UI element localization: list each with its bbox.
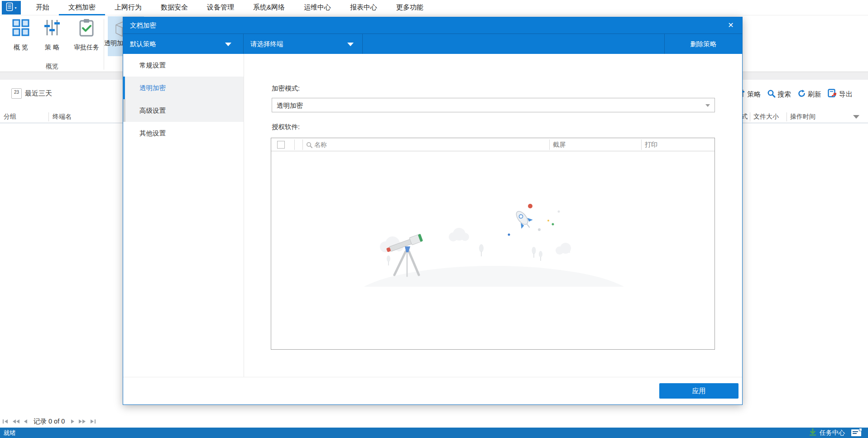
encryption-mode-label: 加密模式:	[272, 84, 300, 93]
app-menu-button[interactable]: ▾	[2, 1, 21, 14]
export-icon	[828, 89, 837, 100]
column-header-terminal[interactable]: 终端名	[53, 113, 72, 121]
encryption-mode-select[interactable]: 透明加密	[272, 98, 715, 112]
footer-divider	[123, 377, 742, 377]
settings-nav: 常规设置 透明加密 高级设置 其他设置	[123, 54, 244, 144]
select-all-checkbox[interactable]	[277, 141, 285, 149]
menu-item-web-behavior[interactable]: 上网行为	[105, 0, 151, 15]
chevron-down-icon	[347, 43, 354, 46]
nav-item-transparent-encryption[interactable]: 透明加密	[123, 77, 244, 99]
menu-item-data-security[interactable]: 数据安全	[151, 0, 197, 15]
pagination-bar: 记录 0 of 0	[3, 416, 96, 426]
menu-item-report-center[interactable]: 报表中心	[340, 0, 387, 15]
chevron-down-icon	[225, 43, 231, 46]
dialog-title-bar: 文档加密 ✕	[123, 17, 742, 34]
close-icon[interactable]: ✕	[726, 20, 736, 30]
search-icon	[306, 142, 312, 150]
column-header-optime[interactable]: 操作时间	[790, 113, 815, 121]
download-arrow-icon	[809, 428, 817, 438]
ribbon-button-policy[interactable]: 策 略	[39, 18, 65, 52]
last-page-icon[interactable]	[90, 419, 96, 424]
status-bar: 就绪 任务中心	[0, 428, 868, 438]
menu-item-system-network[interactable]: 系统&网络	[244, 0, 294, 15]
column-header-print[interactable]: 打印	[645, 141, 657, 149]
menu-item-device-mgmt[interactable]: 设备管理	[197, 0, 244, 15]
software-table-header: 名称 截屏 打印	[271, 138, 715, 151]
column-header-filesize[interactable]: 文件大小	[753, 113, 779, 121]
fast-next-icon[interactable]	[79, 419, 86, 424]
search-toolbar-button[interactable]: 搜索	[767, 89, 791, 100]
application-window: ▾ 开始 文档加密 上网行为 数据安全 设备管理 系统&网络 运维中心 报表中心…	[0, 0, 868, 438]
refresh-icon	[797, 89, 806, 100]
grid-overview-icon	[11, 18, 30, 39]
menu-item-more[interactable]: 更多功能	[387, 0, 433, 15]
delete-policy-button[interactable]: 删除策略	[664, 34, 742, 54]
encryption-mode-value: 透明加密	[277, 101, 303, 110]
terminal-selector-dropdown[interactable]: 请选择终端	[244, 34, 363, 54]
ribbon-group-label: 概览	[0, 63, 104, 71]
menu-bar: ▾ 开始 文档加密 上网行为 数据安全 设备管理 系统&网络 运维中心 报表中心…	[0, 0, 868, 15]
chevron-down-icon	[705, 104, 710, 107]
export-toolbar-button[interactable]: 导出	[828, 89, 853, 100]
prev-page-icon[interactable]	[24, 419, 28, 424]
nav-item-advanced-settings[interactable]: 高级设置	[123, 99, 244, 122]
column-header-screenshot[interactable]: 截屏	[553, 141, 566, 149]
record-count-label: 记录 0 of 0	[34, 417, 65, 426]
chevron-down-icon: ▾	[14, 6, 16, 10]
first-page-icon[interactable]	[3, 419, 9, 424]
task-center-label: 任务中心	[820, 429, 845, 437]
menu-item-start[interactable]: 开始	[26, 0, 59, 15]
calendar-icon: 23	[11, 88, 22, 99]
clipboard-check-icon	[77, 18, 96, 39]
ribbon-button-overview[interactable]: 概 览	[6, 18, 35, 52]
nav-item-general-settings[interactable]: 常规设置	[123, 54, 244, 77]
column-header-name[interactable]: 名称	[314, 141, 327, 149]
nav-scrollbar-thumb[interactable]	[123, 99, 125, 122]
nav-item-other-settings[interactable]: 其他设置	[123, 122, 244, 144]
journal-icon	[6, 2, 13, 13]
column-header-group[interactable]: 分组	[4, 113, 16, 121]
main-menu: 开始 文档加密 上网行为 数据安全 设备管理 系统&网络 运维中心 报表中心 更…	[26, 0, 433, 15]
status-text: 就绪	[4, 429, 16, 437]
refresh-toolbar-button[interactable]: 刷新	[797, 89, 821, 100]
authorized-software-label: 授权软件:	[272, 123, 300, 131]
menu-item-ops-center[interactable]: 运维中心	[294, 0, 340, 15]
empty-state-illustration	[358, 196, 630, 289]
date-range-filter[interactable]: 23 最近三天	[11, 88, 52, 99]
nav-content-divider	[244, 54, 244, 377]
task-center-button[interactable]: 任务中心	[809, 428, 845, 438]
dialog-title: 文档加密	[130, 21, 156, 30]
search-icon	[767, 89, 776, 100]
apply-button[interactable]: 应用	[659, 383, 739, 399]
next-page-icon[interactable]	[71, 419, 75, 424]
list-toolbar: 策略 搜索 刷新 导出	[734, 88, 859, 101]
ribbon-button-approval-tasks[interactable]: 审批任务	[69, 18, 104, 52]
column-filter-icon[interactable]	[853, 115, 859, 119]
dialog-toolbar: 默认策略 请选择终端 删除策略	[123, 34, 742, 54]
sliders-policy-icon	[43, 18, 62, 39]
fast-prev-icon[interactable]	[13, 419, 19, 424]
doc-encryption-dialog: 文档加密 ✕ 默认策略 请选择终端 删除策略 常规设置 透明加密 高级设置 其他…	[123, 17, 743, 405]
menu-item-doc-encryption[interactable]: 文档加密	[59, 0, 105, 15]
date-filter-label: 最近三天	[25, 89, 52, 98]
policy-selector-dropdown[interactable]: 默认策略	[123, 34, 244, 54]
minimized-window-icon[interactable]	[851, 429, 861, 436]
